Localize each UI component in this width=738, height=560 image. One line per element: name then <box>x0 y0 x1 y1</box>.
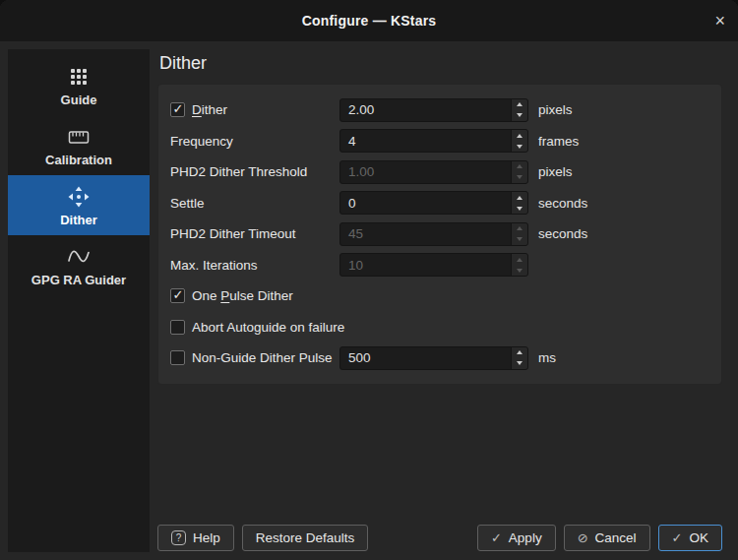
grid-icon <box>66 64 92 90</box>
spin-up-icon <box>512 254 527 265</box>
sidebar-item-gpg-ra-guider[interactable]: GPG RA Guider <box>8 235 150 295</box>
page-title: Dither <box>159 53 730 74</box>
checkbox-icon[interactable] <box>170 350 185 365</box>
spin-value: 1.00 <box>340 161 511 183</box>
help-button[interactable]: ? Help <box>157 525 234 551</box>
spin-value: 10 <box>340 254 511 276</box>
max-iterations-label: Max. Iterations <box>170 258 332 273</box>
spin-down-icon[interactable] <box>512 203 527 214</box>
configure-dialog: Configure — KStars × Guide <box>0 0 738 560</box>
frequency-row: Frequency 4 frames <box>170 126 709 157</box>
dialog-button-box: ? Help Restore Defaults ✓ Apply ⊘ Cancel… <box>157 525 730 552</box>
spin-down-icon[interactable] <box>512 358 527 369</box>
spin-up-icon[interactable] <box>512 130 527 141</box>
sine-wave-icon <box>66 244 92 270</box>
unit-label: seconds <box>536 196 709 211</box>
cancel-button[interactable]: ⊘ Cancel <box>564 525 650 551</box>
sidebar-item-calibration[interactable]: Calibration <box>8 115 150 175</box>
sidebar-item-label: Guide <box>61 93 97 107</box>
restore-defaults-button[interactable]: Restore Defaults <box>242 525 369 551</box>
unit-label: seconds <box>536 226 709 241</box>
spin-down-icon[interactable] <box>512 141 527 152</box>
unit-label: ms <box>536 350 709 365</box>
spin-buttons <box>511 223 527 245</box>
dither-checkbox-label: Dither <box>192 102 227 117</box>
one-pulse-dither-checkbox[interactable]: One Pulse Dither <box>170 288 709 303</box>
phd2-threshold-row: PHD2 Dither Threshold 1.00 pixels <box>170 156 709 188</box>
spin-up-icon <box>512 161 527 172</box>
spin-buttons <box>511 130 527 152</box>
one-pulse-dither-label: One Pulse Dither <box>192 288 293 303</box>
settle-row: Settle 0 seconds <box>170 188 709 219</box>
sidebar-item-label: GPG RA Guider <box>31 273 126 287</box>
spin-buttons <box>511 99 527 121</box>
help-icon: ? <box>171 530 186 545</box>
window-title: Configure — KStars <box>302 13 437 29</box>
calibration-icon <box>66 124 92 150</box>
spin-value: 45 <box>340 223 511 245</box>
apply-button[interactable]: ✓ Apply <box>477 525 556 551</box>
one-pulse-row: One Pulse Dither <box>170 280 709 312</box>
non-guide-pulse-spinbox[interactable]: 500 <box>339 346 528 370</box>
checkbox-icon[interactable] <box>170 288 185 303</box>
frequency-spinbox[interactable]: 4 <box>339 129 528 153</box>
cancel-circle-icon: ⊘ <box>578 531 588 544</box>
spin-up-icon <box>512 223 527 234</box>
move-icon <box>66 184 92 210</box>
spin-up-icon[interactable] <box>512 347 527 358</box>
spin-down-icon <box>512 172 527 183</box>
checkbox-icon[interactable] <box>170 102 185 117</box>
spin-value: 2.00 <box>340 99 511 121</box>
cancel-button-label: Cancel <box>595 530 637 545</box>
non-guide-dither-pulse-label: Non-Guide Dither Pulse <box>192 350 333 365</box>
spin-up-icon[interactable] <box>512 99 527 110</box>
checkmark-icon: ✓ <box>491 531 502 544</box>
spin-buttons <box>511 254 527 276</box>
abort-autoguide-label: Abort Autoguide on failure <box>192 320 344 335</box>
dither-checkbox[interactable]: Dither <box>170 102 332 117</box>
unit-label: pixels <box>536 102 709 117</box>
spin-buttons <box>511 192 527 214</box>
apply-button-label: Apply <box>509 530 542 545</box>
unit-label: frames <box>536 134 709 149</box>
dialog-body: Guide Calibration <box>0 41 738 560</box>
phd2-timeout-row: PHD2 Dither Timeout 45 seconds <box>170 218 709 250</box>
spin-value: 4 <box>340 130 511 152</box>
abort-autoguide-row: Abort Autoguide on failure <box>170 312 709 343</box>
sidebar-item-dither[interactable]: Dither <box>8 175 150 235</box>
ok-button-label: OK <box>689 530 708 545</box>
spin-down-icon <box>512 234 527 245</box>
titlebar[interactable]: Configure — KStars × <box>0 0 738 41</box>
frequency-label: Frequency <box>170 134 332 149</box>
spin-value: 0 <box>340 192 511 214</box>
content-area: Dither Dither 2.00 pixels Frequ <box>157 49 730 552</box>
help-button-label: Help <box>193 530 220 545</box>
unit-label: pixels <box>536 164 709 179</box>
close-icon[interactable]: × <box>714 12 725 30</box>
settle-label: Settle <box>170 196 332 211</box>
spin-down-icon[interactable] <box>512 110 527 121</box>
dither-spinbox[interactable]: 2.00 <box>339 98 528 122</box>
sidebar-item-label: Dither <box>60 213 97 227</box>
max-iterations-row: Max. Iterations 10 <box>170 250 709 281</box>
non-guide-pulse-row: Non-Guide Dither Pulse 500 ms <box>170 342 709 374</box>
checkbox-icon[interactable] <box>170 320 185 335</box>
spin-up-icon[interactable] <box>512 192 527 203</box>
non-guide-dither-pulse-checkbox[interactable]: Non-Guide Dither Pulse <box>170 350 332 365</box>
dither-row: Dither 2.00 pixels <box>170 94 709 126</box>
max-iterations-spinbox: 10 <box>339 253 528 277</box>
settle-spinbox[interactable]: 0 <box>339 191 528 215</box>
sidebar: Guide Calibration <box>8 49 150 552</box>
phd2-timeout-spinbox: 45 <box>339 222 528 246</box>
spin-down-icon <box>512 265 527 276</box>
phd2-threshold-spinbox: 1.00 <box>339 160 528 184</box>
abort-autoguide-checkbox[interactable]: Abort Autoguide on failure <box>170 320 709 335</box>
phd2-timeout-label: PHD2 Dither Timeout <box>170 226 332 241</box>
spin-buttons <box>511 161 527 183</box>
ok-button[interactable]: ✓ OK <box>658 525 722 551</box>
dither-settings-panel: Dither 2.00 pixels Frequency 4 frames <box>157 84 722 385</box>
sidebar-item-guide[interactable]: Guide <box>8 55 150 115</box>
restore-defaults-label: Restore Defaults <box>256 530 355 545</box>
checkmark-icon: ✓ <box>672 531 683 544</box>
spin-buttons <box>511 347 527 369</box>
